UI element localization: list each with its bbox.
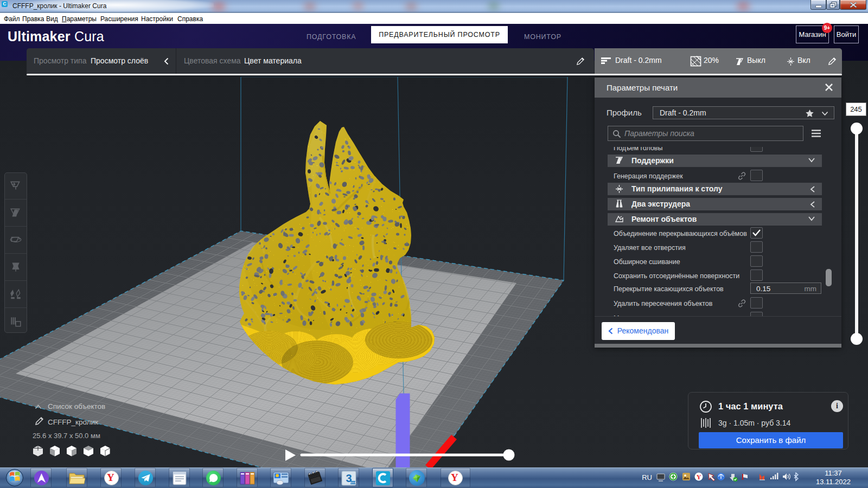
svg-text:MAX: MAX [350, 481, 356, 484]
svg-text:Y: Y [697, 473, 701, 481]
